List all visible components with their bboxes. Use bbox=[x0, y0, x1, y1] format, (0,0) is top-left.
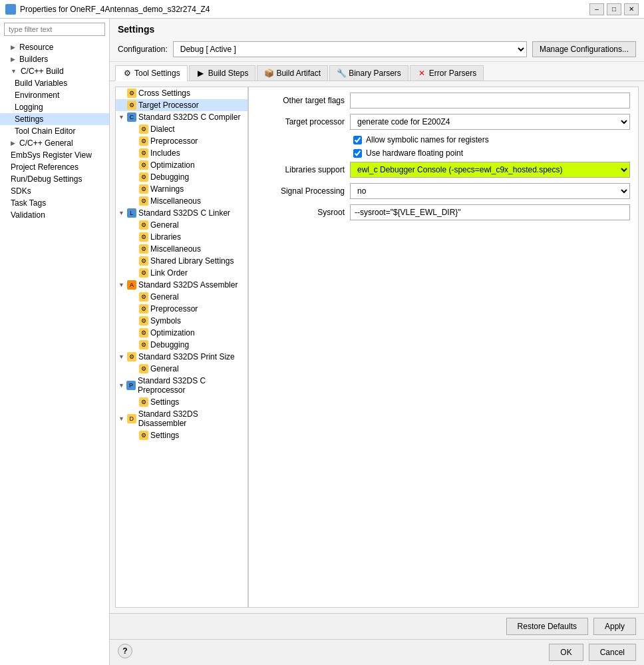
tree-preprocessor[interactable]: ⚙ Preprocessor bbox=[116, 135, 247, 147]
tree-asm-general[interactable]: ⚙ General bbox=[116, 291, 247, 303]
sidebar-item-toolchain-editor[interactable]: Tool Chain Editor bbox=[0, 125, 109, 137]
tree-asm-optimization[interactable]: ⚙ Optimization bbox=[116, 327, 247, 339]
tree-asm-preprocessor[interactable]: ⚙ Preprocessor bbox=[116, 303, 247, 315]
sidebar-item-project-references[interactable]: Project References bbox=[0, 161, 109, 173]
tree-includes[interactable]: ⚙ Includes bbox=[116, 147, 247, 159]
tree-printsize-general[interactable]: ⚙ General bbox=[116, 363, 247, 375]
sidebar-item-resource[interactable]: ▶ Resource bbox=[0, 41, 109, 53]
sidebar-item-environment[interactable]: Environment bbox=[0, 89, 109, 101]
tree-optimization[interactable]: ⚙ Optimization bbox=[116, 159, 247, 171]
tree-item-label: Standard S32DS Assembler bbox=[138, 280, 238, 290]
sidebar-item-label: EmbSys Register View bbox=[11, 150, 92, 160]
filter-input[interactable] bbox=[4, 23, 105, 36]
sysroot-input[interactable] bbox=[350, 204, 630, 220]
tree-cpp-preprocessor[interactable]: ▼ P Standard S32DS C Preprocessor bbox=[116, 375, 247, 396]
target-processor-select[interactable]: generate code for E200Z4 bbox=[350, 114, 630, 130]
tab-label: Build Artifact bbox=[276, 69, 321, 78]
tree-node-icon: C bbox=[127, 112, 136, 122]
arrow-icon: ▼ bbox=[118, 114, 125, 120]
inner-content: ⚙ Cross Settings ⚙ Target Processor ▼ C … bbox=[110, 81, 644, 613]
tree-debugging[interactable]: ⚙ Debugging bbox=[116, 171, 247, 183]
sidebar-item-logging[interactable]: Logging bbox=[0, 101, 109, 113]
tree-node-icon: ⚙ bbox=[139, 304, 148, 314]
tree-item-label: General bbox=[150, 220, 179, 230]
ok-cancel-buttons: OK Cancel bbox=[549, 644, 636, 661]
cancel-button[interactable]: Cancel bbox=[589, 644, 636, 661]
tree-linker-general[interactable]: ⚙ General bbox=[116, 219, 247, 231]
use-hardware-checkbox[interactable] bbox=[353, 149, 362, 158]
tree-node-icon: ⚙ bbox=[139, 124, 148, 134]
minimize-button[interactable]: – bbox=[589, 3, 604, 15]
other-target-flags-input[interactable] bbox=[350, 93, 630, 109]
allow-symbolic-checkbox[interactable] bbox=[353, 136, 362, 144]
help-button[interactable]: ? bbox=[118, 644, 132, 658]
sidebar-item-label: Validation bbox=[11, 210, 45, 220]
ok-button[interactable]: OK bbox=[549, 644, 583, 661]
allow-symbolic-label: Allow symbolic names for registers bbox=[366, 135, 489, 144]
tree-c-linker[interactable]: ▼ L Standard S32DS C Linker bbox=[116, 207, 247, 219]
allow-symbolic-row: Allow symbolic names for registers bbox=[257, 135, 630, 144]
tree-c-compiler[interactable]: ▼ C Standard S32DS C Compiler bbox=[116, 111, 247, 123]
arrow-icon: ▼ bbox=[118, 382, 124, 389]
tree-dialect[interactable]: ⚙ Dialect bbox=[116, 123, 247, 135]
tree-cpp-preprocessor-settings[interactable]: ⚙ Settings bbox=[116, 396, 247, 408]
tab-label: Build Steps bbox=[208, 69, 249, 78]
signal-processing-select[interactable]: no bbox=[350, 183, 630, 199]
tab-build-steps[interactable]: ▶ Build Steps bbox=[189, 65, 256, 81]
sidebar-item-label: C/C++ General bbox=[19, 138, 73, 148]
tab-build-artifact[interactable]: 📦 Build Artifact bbox=[257, 65, 328, 81]
tree-item-label: Miscellaneous bbox=[150, 196, 201, 206]
tree-node-icon: ⚙ bbox=[139, 397, 148, 407]
tab-error-parsers[interactable]: ✕ Error Parsers bbox=[410, 65, 484, 81]
tab-binary-parsers[interactable]: 🔧 Binary Parsers bbox=[329, 65, 408, 81]
tree-print-size[interactable]: ▼ ⚙ Standard S32DS Print Size bbox=[116, 351, 247, 363]
close-button[interactable]: ✕ bbox=[624, 3, 639, 15]
sidebar-item-run-debug[interactable]: Run/Debug Settings bbox=[0, 173, 109, 185]
tree-assembler[interactable]: ▼ A Standard S32DS Assembler bbox=[116, 279, 247, 291]
tree-linker-misc[interactable]: ⚙ Miscellaneous bbox=[116, 243, 247, 255]
tree-disassembler[interactable]: ▼ D Standard S32DS Disassembler bbox=[116, 408, 247, 429]
tree-item-label: Preprocessor bbox=[150, 136, 198, 146]
tree-item-label: Standard S32DS C Preprocessor bbox=[138, 376, 245, 395]
tree-cross-settings[interactable]: ⚙ Cross Settings bbox=[116, 87, 247, 99]
sidebar-item-settings[interactable]: Settings bbox=[0, 113, 109, 125]
tab-tool-settings[interactable]: ⚙ Tool Settings bbox=[115, 65, 188, 81]
tree-node-icon: ⚙ bbox=[127, 101, 136, 110]
sidebar-item-embsys[interactable]: EmbSys Register View bbox=[0, 149, 109, 161]
sidebar-item-cpp-build[interactable]: ▼ C/C++ Build bbox=[0, 65, 109, 77]
content-area: Settings Configuration: Debug [ Active ]… bbox=[110, 19, 644, 665]
manage-configurations-button[interactable]: Manage Configurations... bbox=[532, 41, 636, 57]
apply-button[interactable]: Apply bbox=[593, 618, 636, 635]
tree-item-label: Cross Settings bbox=[138, 89, 190, 98]
libraries-support-select[interactable]: ewl_c Debugger Console (-specs=ewl_c9x_h… bbox=[350, 162, 630, 178]
sidebar-item-cpp-general[interactable]: ▶ C/C++ General bbox=[0, 137, 109, 149]
restore-apply-bar: Restore Defaults Apply bbox=[110, 613, 644, 639]
tree-asm-symbols[interactable]: ⚙ Symbols bbox=[116, 315, 247, 327]
sidebar-item-sdks[interactable]: SDKs bbox=[0, 185, 109, 197]
config-select[interactable]: Debug [ Active ] bbox=[173, 41, 527, 57]
tree-node-icon: ⚙ bbox=[139, 232, 148, 242]
tree-warnings[interactable]: ⚙ Warnings bbox=[116, 183, 247, 195]
maximize-button[interactable]: □ bbox=[607, 3, 621, 15]
tree-target-processor[interactable]: ⚙ Target Processor bbox=[116, 99, 247, 111]
sidebar-item-label: Run/Debug Settings bbox=[11, 174, 82, 184]
arrow-icon: ▼ bbox=[118, 415, 125, 422]
tree-disassembler-settings[interactable]: ⚙ Settings bbox=[116, 429, 247, 441]
sidebar-item-validation[interactable]: Validation bbox=[0, 209, 109, 221]
sidebar-item-build-variables[interactable]: Build Variables bbox=[0, 77, 109, 89]
tree-item-label: Settings bbox=[150, 397, 179, 407]
tree-asm-debugging[interactable]: ⚙ Debugging bbox=[116, 339, 247, 351]
tree-shared-library-settings[interactable]: ⚙ Shared Library Settings bbox=[116, 255, 247, 267]
restore-defaults-button[interactable]: Restore Defaults bbox=[506, 618, 588, 635]
tree-miscellaneous[interactable]: ⚙ Miscellaneous bbox=[116, 195, 247, 207]
settings-panel: Other target flags Target processor gene… bbox=[248, 87, 639, 608]
sidebar-item-task-tags[interactable]: Task Tags bbox=[0, 197, 109, 209]
other-target-flags-label: Other target flags bbox=[257, 96, 350, 105]
tree-link-order[interactable]: ⚙ Link Order bbox=[116, 267, 247, 279]
tree-linker-libraries[interactable]: ⚙ Libraries bbox=[116, 231, 247, 243]
libraries-support-label: Libraries support bbox=[257, 165, 350, 174]
tree-item-label: Debugging bbox=[150, 340, 189, 349]
tree-item-label: Standard S32DS C Compiler bbox=[138, 112, 240, 122]
tree-node-icon: ⚙ bbox=[139, 431, 148, 440]
sidebar-item-builders[interactable]: ▶ Builders bbox=[0, 53, 109, 65]
